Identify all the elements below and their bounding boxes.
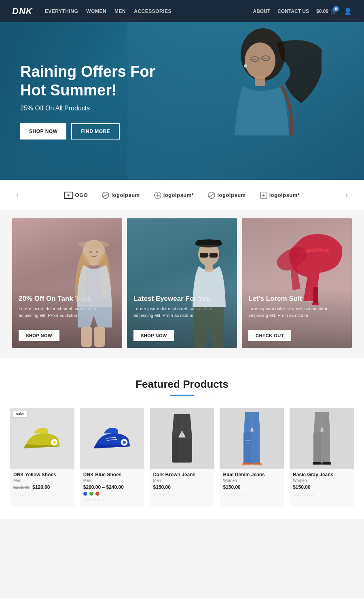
promo-card-2-button[interactable]: SHOP NOW	[133, 330, 174, 341]
svg-rect-37	[251, 431, 260, 465]
cart-badge: 0	[333, 6, 339, 12]
product-stars-4: ☆☆☆☆☆	[293, 492, 351, 497]
navbar: DNK EVERYTHING WOMEN MEN ACCESSORIES ABO…	[0, 0, 364, 22]
svg-rect-46	[313, 462, 322, 465]
product-card-3: Blue Denim Jeans Women $150.00 ☆☆☆☆☆	[220, 408, 284, 507]
product-info-2: Dark Brown Jeans Men $150.00 ☆☆☆☆☆	[150, 469, 214, 501]
product-price-4: $150.00	[293, 484, 351, 490]
promo-card-3-button[interactable]: CHECK OUT	[248, 330, 291, 341]
product-category-0: Men	[13, 478, 71, 483]
featured-title: Featured Products	[10, 378, 354, 391]
product-card-1: DNK Blue Shoes Men $200.00 – $240.00 ☆☆☆…	[80, 408, 144, 507]
cart-wrapper[interactable]: $0.00 🛒 0	[316, 8, 336, 14]
hero-section: Raining Offers For Hot Summer! 25% Off O…	[0, 22, 364, 180]
product-name-2: Dark Brown Jeans	[153, 472, 211, 478]
svg-rect-2	[255, 76, 265, 86]
brand-logo-3: logoipsum*	[154, 192, 194, 199]
color-blue[interactable]	[83, 492, 87, 496]
product-category-1: Men	[83, 478, 141, 483]
product-card-4: Basic Gray Jeans Women $150.00 ☆☆☆☆☆	[290, 408, 354, 507]
svg-point-13	[89, 251, 92, 253]
product-name-1: DNK Blue Shoes	[83, 472, 141, 478]
product-image-3	[220, 408, 284, 469]
product-card-2: Dark Brown Jeans Men $150.00 ☆☆☆☆☆	[150, 408, 214, 507]
brands-section: ‹ ■ OGO logoipsum logoipsum* logoipsum	[0, 180, 364, 210]
brands-list: ■ OGO logoipsum logoipsum* logoipsum log…	[23, 192, 341, 199]
product-category-3: Women	[223, 478, 281, 483]
product-image-0: Sale!	[10, 408, 74, 469]
svg-point-1	[245, 42, 275, 79]
brands-next-button[interactable]: ›	[341, 189, 352, 201]
brand-logo-5: logoipsum*	[260, 192, 300, 199]
shoe-image-yellow	[22, 422, 62, 454]
hero-shop-now-button[interactable]: SHOP NOW	[20, 123, 66, 139]
svg-rect-22	[313, 287, 318, 303]
main-nav: EVERYTHING WOMEN MEN ACCESSORIES	[45, 8, 253, 14]
nav-men[interactable]: MEN	[114, 8, 126, 14]
hero-find-more-button[interactable]: FIND MORE	[71, 123, 120, 139]
svg-point-25	[316, 248, 319, 251]
svg-rect-18	[200, 253, 208, 258]
jeans-gray-image	[308, 412, 336, 465]
promo-card-1-button[interactable]: SHOP NOW	[19, 330, 59, 341]
product-info-0: DNK Yellow Shoes Men $150.00 $120.00 ☆☆☆…	[10, 469, 74, 501]
product-name-4: Basic Gray Jeans	[293, 472, 351, 478]
nav-contact[interactable]: CONTACT US	[277, 8, 309, 14]
hero-title: Raining Offers For Hot Summer!	[20, 63, 162, 99]
hero-content: Raining Offers For Hot Summer! 25% Off O…	[20, 63, 162, 139]
nav-everything[interactable]: EVERYTHING	[45, 8, 78, 14]
svg-rect-44	[321, 431, 330, 465]
product-image-2	[150, 408, 214, 469]
featured-divider	[170, 395, 194, 396]
cart-price: $0.00	[316, 8, 328, 14]
site-logo[interactable]: DNK	[12, 6, 33, 17]
product-info-4: Basic Gray Jeans Women $150.00 ☆☆☆☆☆	[290, 469, 354, 501]
product-stars-3: ☆☆☆☆☆	[223, 492, 281, 497]
nav-women[interactable]: WOMEN	[86, 8, 106, 14]
cart-icon-wrapper[interactable]: 🛒 0	[330, 8, 336, 14]
brand-name-2: logoipsum	[111, 192, 140, 198]
svg-rect-11	[94, 327, 105, 347]
brands-prev-button[interactable]: ‹	[12, 189, 23, 201]
product-card-0: Sale! DNK Yellow Shoes Men $150.00 $120.…	[10, 408, 74, 507]
svg-rect-43	[313, 431, 322, 465]
brand-name-5: logoipsum*	[269, 192, 300, 198]
nav-accessories[interactable]: ACCESSORIES	[134, 8, 171, 14]
product-category-2: Men	[153, 478, 211, 483]
jeans-blue-image	[238, 412, 266, 465]
svg-point-6	[244, 64, 247, 68]
svg-rect-47	[322, 462, 331, 465]
product-price-1: $200.00 – $240.00	[83, 484, 141, 490]
product-stars-1: ☆☆☆☆☆	[83, 497, 141, 503]
color-green[interactable]	[89, 492, 93, 496]
hero-image	[190, 22, 332, 180]
product-image-1	[80, 408, 144, 469]
product-colors-1	[83, 492, 141, 496]
product-price-0: $150.00 $120.00	[13, 484, 71, 490]
color-red[interactable]	[95, 492, 99, 496]
product-name-3: Blue Denim Jeans	[223, 472, 281, 478]
product-stars-2: ☆☆☆☆☆	[153, 492, 211, 497]
product-current-price-0: $120.00	[32, 484, 50, 490]
brand-icon-4	[208, 192, 215, 199]
product-info-1: DNK Blue Shoes Men $200.00 – $240.00 ☆☆☆…	[80, 469, 144, 507]
user-icon[interactable]: 👤	[344, 7, 352, 15]
svg-point-30	[123, 441, 126, 444]
svg-rect-21	[205, 265, 213, 272]
navbar-right: ABOUT CONTACT US $0.00 🛒 0 👤	[253, 7, 352, 15]
promo-figure-heels	[275, 224, 350, 305]
product-stars-0: ☆☆☆☆☆	[13, 492, 71, 497]
svg-rect-36	[243, 431, 252, 465]
promo-figure-man	[176, 239, 237, 348]
promo-card-eyewear: Latest Eyewear For You Lorem ipsum dolor…	[127, 218, 237, 348]
sale-badge-0: Sale!	[13, 411, 27, 417]
product-category-4: Women	[293, 478, 351, 483]
product-image-4	[290, 408, 354, 469]
product-info-3: Blue Denim Jeans Women $150.00 ☆☆☆☆☆	[220, 469, 284, 501]
nav-about[interactable]: ABOUT	[253, 8, 271, 14]
promo-figure-woman	[57, 239, 120, 348]
woman-silhouette	[200, 22, 322, 180]
shoe-image-blue	[92, 422, 132, 454]
hero-subtitle: 25% Off On All Products	[20, 105, 162, 112]
brand-icon-5	[260, 192, 267, 199]
